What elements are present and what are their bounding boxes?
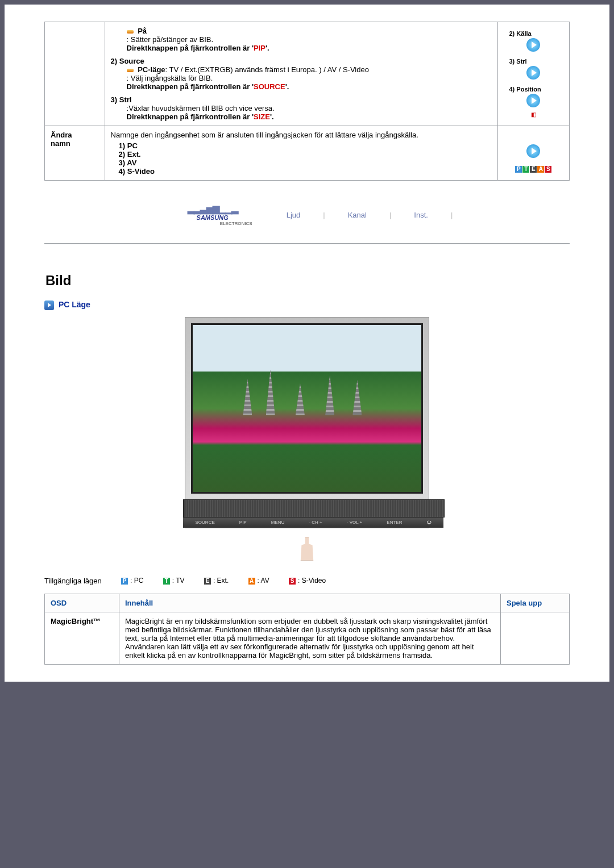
brand-sub: ELECTRONICS [220,221,252,226]
monitor-btn[interactable]: - CH + [309,520,322,525]
h-strl: 3) Strl [111,95,492,104]
mode-legend: Tillgängliga lägen P : PC T : TV E : Ext… [44,577,570,594]
section-tabs: ▂▂▃▅▆▁▁▂ SAMSUNG ELECTRONICS Ljud | Kana… [44,203,570,226]
monitor-btn[interactable]: PIP [239,520,247,525]
opt-pa: På [138,27,147,35]
monitor-btn[interactable]: MENU [271,520,285,525]
badge-p-icon: P [121,578,128,585]
tab-kanal[interactable]: Kanal [348,211,367,219]
row2-opt3: 3) AV [119,158,492,167]
upper-row1-label-cell [45,22,105,126]
strl-desc: :Växlar huvudskärmen till BIB och vice v… [127,104,492,112]
legend-label: Tillgängliga lägen [44,577,102,585]
monitor-btn[interactable]: - VOL + [347,520,363,525]
mode-heading: PC Läge [44,300,570,310]
badge-a-icon: A [537,166,544,173]
tab-inst[interactable]: Inst. [414,211,428,219]
play-icon[interactable] [526,66,540,80]
lower-table: OSD Innehåll Spela upp MagicBright™ Magi… [44,594,570,665]
legend-sv: : S-Video [298,577,326,585]
badge-t-icon: T [522,166,529,173]
row-osd: MagicBright™ [45,612,119,664]
row2-label: Ändranamn [45,126,105,181]
hdr-play: Spela upp [501,594,570,612]
row2-content: Namnge den ingångsenhet som är ansluten … [105,126,497,181]
brand-bars-icon: ▂▂▃▅▆▁▁▂ [188,203,238,214]
pa-desc: : Sätter på/stänger av BIB. [127,35,492,44]
document-page: På : Sätter på/stänger av BIB. Direktkna… [5,5,609,682]
badge-s-icon: S [289,578,296,585]
legend-av: : AV [258,577,269,585]
mini-indicator-icon: ◧ [504,111,564,118]
badge-e-icon: E [530,166,537,173]
source-pick: : Välj ingångskälla för BIB. [127,74,492,82]
play-icon[interactable] [526,38,540,52]
tab-divider: | [323,211,325,219]
hdr-osd: OSD [45,594,119,612]
monitor-frame: SOURCE PIP MENU - CH + - VOL + ENTER ⏻ [185,317,429,528]
row2-desc: Namnge den ingångsenhet som är ansluten … [111,131,492,139]
section-title: Bild [45,273,570,289]
brand-name: SAMSUNG [197,214,229,221]
legend-ext: : Ext. [213,577,229,585]
badge-a-icon: A [248,578,255,585]
strl-direct: Direktknappen på fjärrkontrollen är 'SIZ… [127,112,274,121]
legend-pc: : PC [130,577,143,585]
monitor-speaker [183,499,445,518]
source-pc: PC-läge: TV / Ext.(EXTRGB) används främs… [138,65,369,74]
divider-line [44,243,570,244]
legend-tv: : TV [172,577,185,585]
badge-s-icon: S [545,166,551,173]
row2-opt4: 4) S-Video [119,167,492,176]
tab-ljud[interactable]: Ljud [287,211,301,219]
row-play-cell [501,612,570,664]
monitor-illustration: SOURCE PIP MENU - CH + - VOL + ENTER ⏻ [44,317,570,562]
side-kalla: 2) Källa [509,30,564,37]
pteas-badges: PTEAS [504,164,564,173]
bullet-icon [127,69,134,72]
badge-t-icon: T [163,578,170,585]
hdr-content: Innehåll [119,594,501,612]
tab-divider: | [451,211,453,219]
pa-direct: Direktknappen på fjärrkontrollen är 'PIP… [127,44,269,52]
bullet-icon [127,30,134,34]
mode-title: PC Läge [59,300,90,309]
source-direct: Direktknappen på fjärrkontrollen är 'SOU… [127,82,289,91]
play-icon[interactable] [526,94,540,107]
play-icon[interactable] [526,144,540,158]
tab-divider: | [389,211,391,219]
upper-table: På : Sätter på/stänger av BIB. Direktkna… [44,22,570,181]
mode-play-icon [44,301,54,310]
side-position: 4) Position [509,86,564,93]
side-strl: 3) Strl [509,58,564,65]
badge-p-icon: P [515,166,522,173]
row-content: MagicBright är en ny bildskärmsfunktion … [119,612,501,664]
monitor-screen [191,323,423,494]
monitor-btn[interactable]: ENTER [387,520,402,525]
badge-e-icon: E [204,578,211,585]
brand-logo: ▂▂▃▅▆▁▁▂ SAMSUNG ELECTRONICS [161,203,264,226]
h-source: 2) Source [111,57,492,65]
row2-opt2: 2) Ext. [119,150,492,158]
monitor-button-bar: SOURCE PIP MENU - CH + - VOL + ENTER ⏻ [183,518,443,528]
monitor-btn[interactable]: SOURCE [196,520,215,525]
upper-row1-side: 2) Källa 3) Strl 4) Position ◧ [497,22,570,126]
hand-pointer-icon [298,537,316,561]
upper-row1-content: På : Sätter på/stänger av BIB. Direktkna… [105,22,497,126]
row2-opt1: 1) PC [119,141,492,150]
monitor-btn[interactable]: ⏻ [426,520,431,525]
row2-side: PTEAS [497,126,570,181]
